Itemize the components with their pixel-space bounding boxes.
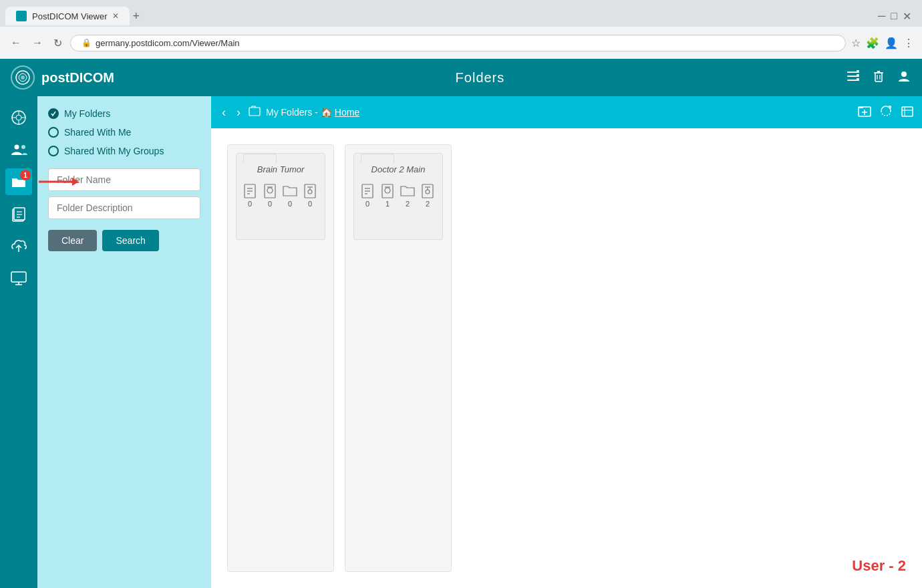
profile-icon[interactable]: 👤: [885, 37, 898, 49]
reload-button[interactable]: ↻: [51, 34, 65, 52]
folder-icon-cell: 1: [379, 182, 396, 208]
svg-rect-34: [249, 108, 260, 116]
folder-icon-cell: 0: [302, 182, 318, 208]
svg-rect-8: [875, 73, 882, 82]
app-header: postDICOM Folders: [0, 59, 922, 96]
svg-rect-7: [857, 78, 859, 80]
user-icon[interactable]: [897, 69, 911, 87]
clear-button[interactable]: Clear: [48, 230, 97, 251]
logo-icon: [11, 65, 35, 90]
right-content: ‹ › My Folders - 🏠 Home: [211, 96, 922, 588]
svg-point-49: [308, 190, 312, 194]
breadcrumb-home[interactable]: Home: [335, 107, 359, 118]
sidebar-icon-monitor[interactable]: [5, 265, 32, 291]
folders-grid: Brain Tumor 0: [211, 128, 922, 588]
svg-rect-31: [11, 272, 26, 282]
folder-brain-tumor[interactable]: Brain Tumor 0: [227, 144, 334, 572]
browser-toolbar: ← → ↻ 🔒 germany.postdicom.com/Viewer/Mai…: [0, 27, 922, 59]
address-bar[interactable]: 🔒 germany.postdicom.com/Viewer/Main: [70, 35, 846, 51]
svg-point-46: [267, 188, 273, 193]
header-actions: [846, 69, 911, 87]
svg-rect-22: [12, 180, 25, 187]
filter-shared-with-me[interactable]: Shared With Me: [48, 126, 200, 139]
extensions-icon[interactable]: 🧩: [866, 37, 879, 49]
radio-shared-groups: [48, 146, 59, 156]
svg-marker-24: [72, 178, 79, 186]
app-title: Folders: [114, 70, 846, 86]
svg-rect-2: [847, 71, 859, 73]
svg-point-57: [385, 188, 390, 193]
filter-shared-groups-label: Shared With My Groups: [64, 146, 164, 156]
svg-point-13: [901, 71, 907, 77]
folder-desc-input[interactable]: [48, 196, 200, 219]
svg-rect-45: [265, 184, 275, 198]
svg-rect-56: [382, 184, 393, 198]
sidebar-icon-brain[interactable]: [5, 104, 32, 131]
sidebar-icon-users[interactable]: [5, 136, 32, 163]
folder-brain-tumor-label: Brain Tumor: [242, 164, 319, 174]
sidebar-icon-documents[interactable]: [5, 200, 32, 227]
svg-point-1: [21, 76, 25, 80]
filter-my-folders[interactable]: My Folders: [48, 107, 200, 120]
breadcrumb-actions: [858, 104, 914, 121]
next-button[interactable]: ›: [234, 103, 243, 122]
logo-text: postDICOM: [41, 70, 114, 86]
svg-rect-4: [847, 80, 859, 81]
prev-button[interactable]: ‹: [219, 103, 228, 122]
folder-doctor-label: Doctor 2 Main: [359, 164, 437, 174]
folder-icon-cell: 2: [420, 182, 436, 208]
folder-icon-cell: 0: [359, 182, 375, 208]
filter-shared-me-label: Shared With Me: [64, 127, 131, 138]
menu-icon[interactable]: ⋮: [903, 37, 914, 49]
forward-button[interactable]: →: [29, 34, 45, 51]
share-icon[interactable]: [901, 104, 914, 121]
folder-icon-cell: 2: [400, 182, 416, 208]
sidebar-icons: 1: [0, 96, 37, 588]
svg-rect-48: [305, 184, 315, 198]
svg-rect-59: [422, 184, 433, 198]
main-content: 1: [0, 96, 922, 588]
folder-icon-cell: 0: [242, 182, 258, 208]
browser-chrome: PostDICOM Viewer ✕ + ─ □ ✕ ← → ↻ 🔒 germa…: [0, 0, 922, 59]
folder-brain-tumor-icons: 0 0: [242, 182, 319, 208]
svg-rect-6: [857, 74, 859, 76]
list-icon[interactable]: [846, 69, 861, 87]
refresh-icon[interactable]: [879, 104, 893, 121]
home-icon: 🏠: [321, 107, 332, 118]
active-tab[interactable]: PostDICOM Viewer ✕: [5, 7, 130, 25]
svg-point-60: [426, 190, 430, 194]
breadcrumb-label: My Folders -: [266, 107, 318, 118]
tab-favicon: [16, 11, 27, 21]
new-tab-button[interactable]: +: [132, 9, 140, 23]
toolbar-actions: ☆ 🧩 👤 ⋮: [851, 37, 914, 49]
upload-icon: [249, 105, 261, 120]
folder-icon-cell: 0: [282, 182, 298, 208]
app-logo: postDICOM: [11, 65, 114, 90]
breadcrumb-text: My Folders - 🏠 Home: [266, 107, 359, 118]
address-text: germany.postdicom.com/Viewer/Main: [96, 38, 240, 48]
search-button[interactable]: Search: [102, 230, 158, 251]
window-close[interactable]: ✕: [903, 10, 911, 23]
back-button[interactable]: ←: [8, 34, 24, 51]
browser-tabs: PostDICOM Viewer ✕ + ─ □ ✕: [0, 0, 922, 27]
left-panel: My Folders Shared With Me Shared With My…: [37, 96, 211, 588]
sidebar-icon-upload[interactable]: [5, 233, 32, 259]
new-folder-icon[interactable]: [858, 104, 871, 121]
trash-icon[interactable]: [871, 69, 886, 87]
tab-close-button[interactable]: ✕: [112, 11, 119, 21]
svg-point-20: [15, 145, 19, 150]
svg-rect-26: [14, 208, 25, 220]
window-maximize[interactable]: □: [891, 10, 897, 22]
window-minimize[interactable]: ─: [878, 10, 885, 22]
radio-shared-me: [48, 127, 59, 138]
bookmark-icon[interactable]: ☆: [851, 37, 861, 49]
svg-point-15: [16, 115, 21, 120]
app: postDICOM Folders: [0, 59, 922, 588]
filter-shared-with-groups[interactable]: Shared With My Groups: [48, 144, 200, 158]
folder-doctor-main[interactable]: Doctor 2 Main 0: [345, 144, 452, 572]
sidebar-icon-folders[interactable]: 1: [5, 168, 32, 195]
user-indicator: User - 2: [852, 557, 906, 575]
svg-point-21: [21, 145, 25, 149]
lock-icon: 🔒: [82, 38, 92, 47]
folder-doctor-icons: 0 1: [359, 182, 437, 208]
